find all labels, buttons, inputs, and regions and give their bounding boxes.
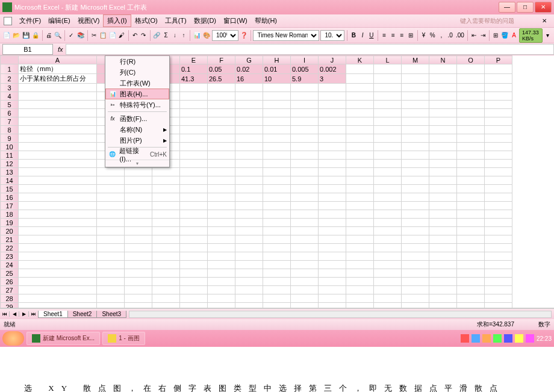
cell[interactable] [319, 117, 346, 126]
cell[interactable] [125, 210, 152, 219]
cell[interactable] [346, 286, 374, 294]
cell[interactable] [19, 176, 97, 185]
cell[interactable] [346, 64, 374, 74]
cell[interactable] [291, 269, 319, 278]
cell[interactable] [180, 219, 208, 227]
cell[interactable] [457, 294, 485, 303]
cell[interactable] [235, 269, 263, 278]
cell[interactable] [457, 227, 485, 235]
row-header[interactable]: 15 [1, 185, 19, 193]
cell[interactable] [125, 261, 152, 269]
cell[interactable] [180, 185, 208, 193]
cell[interactable] [457, 126, 485, 134]
cell[interactable] [263, 303, 291, 309]
spell-icon[interactable]: ✓ [67, 30, 75, 42]
cell[interactable] [291, 294, 319, 303]
cell[interactable] [263, 193, 291, 202]
cell[interactable] [291, 134, 319, 143]
row-header[interactable]: 1 [1, 64, 19, 74]
cell[interactable] [208, 185, 235, 193]
cell[interactable] [19, 286, 97, 294]
cell[interactable] [346, 244, 374, 252]
fill-color-icon[interactable]: 🪣 [500, 30, 509, 42]
cell[interactable] [291, 176, 319, 185]
cell[interactable] [152, 261, 180, 269]
cell[interactable] [429, 143, 457, 151]
cell[interactable] [263, 101, 291, 109]
cell[interactable] [263, 185, 291, 193]
italic-icon[interactable]: I [359, 30, 367, 42]
cell[interactable] [374, 303, 402, 309]
row-header[interactable]: 24 [1, 261, 19, 269]
cell[interactable] [263, 109, 291, 117]
menu-data[interactable]: 数据(D) [190, 15, 220, 26]
cell[interactable] [374, 176, 402, 185]
cell[interactable] [429, 84, 457, 92]
cell[interactable] [346, 134, 374, 143]
cell[interactable] [346, 84, 374, 92]
cell[interactable] [485, 126, 512, 134]
cell[interactable] [485, 235, 512, 244]
cell[interactable] [19, 117, 97, 126]
row-header[interactable]: 27 [1, 286, 19, 294]
cell[interactable] [19, 278, 97, 286]
cell[interactable] [180, 151, 208, 160]
cell[interactable] [19, 269, 97, 278]
cell[interactable] [374, 185, 402, 193]
cell[interactable] [19, 134, 97, 143]
cell[interactable] [208, 168, 235, 176]
menu-item-name[interactable]: 名称(N)▶ [105, 124, 169, 135]
cell[interactable] [125, 219, 152, 227]
cell[interactable] [402, 235, 429, 244]
cell[interactable] [97, 286, 125, 294]
cell[interactable] [235, 117, 263, 126]
cell[interactable] [346, 185, 374, 193]
cell[interactable] [374, 294, 402, 303]
cell[interactable] [457, 286, 485, 294]
cell[interactable] [485, 227, 512, 235]
cell[interactable] [291, 101, 319, 109]
cell[interactable] [180, 294, 208, 303]
cell[interactable] [374, 126, 402, 134]
cell[interactable] [346, 294, 374, 303]
copy-icon[interactable]: 📋 [99, 30, 107, 42]
sheet-tab-3[interactable]: Sheet3 [96, 311, 126, 318]
cell[interactable] [125, 202, 152, 210]
cell[interactable] [319, 286, 346, 294]
cell[interactable] [235, 227, 263, 235]
cell[interactable] [485, 286, 512, 294]
cell[interactable] [402, 219, 429, 227]
cell[interactable] [263, 143, 291, 151]
cell[interactable] [402, 74, 429, 84]
cell[interactable] [374, 278, 402, 286]
cell[interactable] [19, 84, 97, 92]
cell[interactable] [180, 235, 208, 244]
row-header[interactable]: 19 [1, 219, 19, 227]
cell[interactable] [457, 193, 485, 202]
cell[interactable] [402, 185, 429, 193]
sort-desc-icon[interactable]: ↑ [180, 30, 188, 42]
cell[interactable] [152, 278, 180, 286]
cell[interactable] [374, 219, 402, 227]
tray-icon-4[interactable] [493, 334, 502, 343]
cell[interactable] [402, 244, 429, 252]
cell[interactable] [374, 92, 402, 101]
cell[interactable] [263, 126, 291, 134]
cell[interactable] [125, 176, 152, 185]
cell[interactable] [319, 202, 346, 210]
cell[interactable] [319, 193, 346, 202]
row-header[interactable]: 6 [1, 109, 19, 117]
cell[interactable] [235, 168, 263, 176]
tab-last-icon[interactable]: ⏭ [29, 311, 39, 317]
cell[interactable] [346, 303, 374, 309]
fx-label[interactable]: fx [58, 46, 63, 53]
cell[interactable] [235, 210, 263, 219]
cell[interactable] [208, 109, 235, 117]
cell[interactable] [291, 252, 319, 261]
menu-expand-chevron[interactable]: ▾ [105, 160, 169, 167]
cell[interactable] [374, 244, 402, 252]
cell[interactable] [125, 286, 152, 294]
col-header-H[interactable]: H [263, 56, 291, 64]
cell[interactable] [263, 269, 291, 278]
row-header[interactable]: 4 [1, 92, 19, 101]
